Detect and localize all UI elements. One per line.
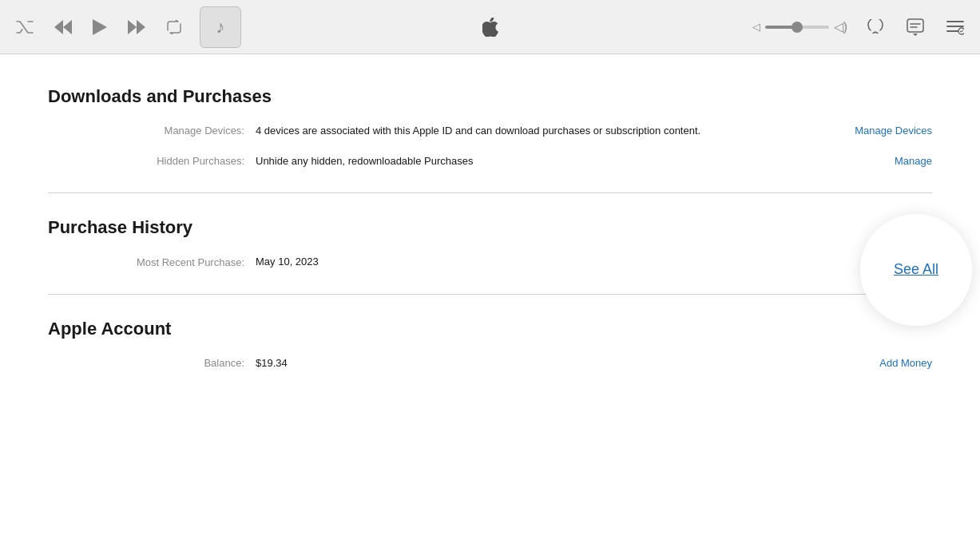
volume-high-icon: ◁) [834,19,847,34]
hidden-purchases-label: Hidden Purchases: [48,153,256,167]
svg-marker-0 [63,20,72,34]
main-content: Downloads and Purchases Manage Devices: … [0,54,980,426]
purchase-history-title: Purchase History [48,217,932,238]
hidden-purchases-value: Unhide any hidden, redownloadable Purcha… [256,153,812,169]
manage-devices-button[interactable]: Manage Devices [855,125,932,137]
hidden-purchases-row: Hidden Purchases: Unhide any hidden, red… [48,153,932,169]
svg-marker-1 [54,20,63,34]
downloads-section: Downloads and Purchases Manage Devices: … [48,86,932,168]
volume-slider[interactable] [765,26,829,29]
queue-button[interactable] [943,16,967,38]
divider-1 [48,192,932,193]
manage-hidden-purchases-button[interactable]: Manage [895,155,932,167]
volume-low-icon: ◁ [752,21,760,33]
most-recent-label: Most Recent Purchase: [48,255,256,268]
fast-forward-button[interactable] [125,17,149,38]
toolbar-right: ◁ ◁) [490,15,968,39]
manage-devices-value: 4 devices are associated with this Apple… [256,123,812,139]
balance-value: $19.34 [256,355,812,371]
divider-2 [48,294,932,295]
balance-row: Balance: $19.34 Add Money [48,355,932,371]
rewind-button[interactable] [51,17,75,38]
see-all-button[interactable]: See All [894,261,938,278]
balance-label: Balance: [48,355,256,369]
music-note-icon: ♪ [216,17,225,38]
svg-marker-2 [93,19,107,35]
shuffle-button[interactable] [13,18,37,37]
svg-point-7 [958,28,964,34]
add-money-button[interactable]: Add Money [879,357,932,369]
svg-rect-6 [907,19,923,32]
purchase-history-section: Purchase History Most Recent Purchase: M… [48,217,932,270]
toolbar-left: ♪ [13,6,490,48]
toolbar: ♪ ◁ ◁) [0,0,980,54]
repeat-button[interactable] [163,17,185,38]
lyrics-button[interactable] [903,15,927,39]
toolbar-center [482,18,498,37]
manage-devices-row: Manage Devices: 4 devices are associated… [48,123,932,139]
add-money-action-container: Add Money [828,355,932,370]
airplay-button[interactable] [863,16,887,38]
most-recent-value: May 10, 2023 [256,254,812,270]
see-all-circle: See All [860,214,972,326]
play-button[interactable] [89,16,110,38]
manage-devices-label: Manage Devices: [48,123,256,137]
downloads-section-title: Downloads and Purchases [48,86,932,107]
volume-control: ◁ ◁) [752,19,847,34]
hidden-purchases-action-container: Manage [828,153,932,168]
svg-marker-4 [137,20,145,34]
music-note-button[interactable]: ♪ [200,6,241,48]
svg-marker-3 [128,20,137,34]
apple-account-title: Apple Account [48,319,932,339]
manage-devices-action-container: Manage Devices [828,123,932,137]
apple-logo [482,18,498,37]
apple-account-section: Apple Account Balance: $19.34 Add Money [48,319,932,371]
most-recent-purchase-row: Most Recent Purchase: May 10, 2023 See A… [48,254,932,270]
